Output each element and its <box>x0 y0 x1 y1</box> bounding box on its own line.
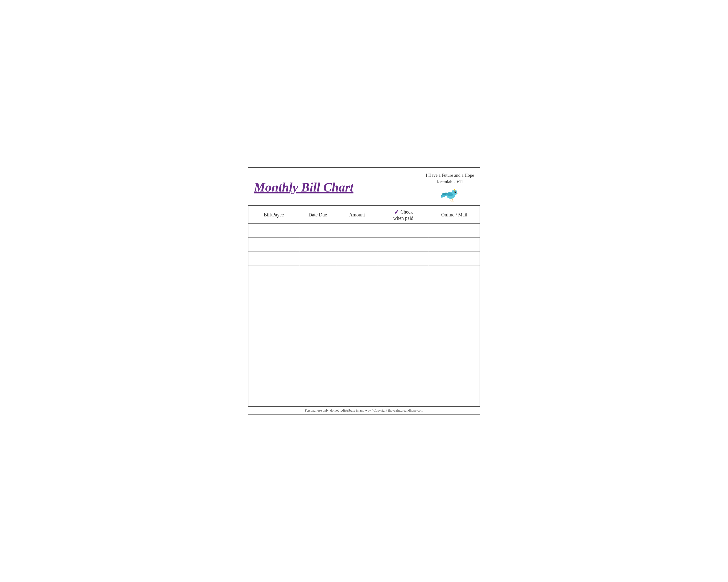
table-cell[interactable] <box>429 294 479 308</box>
check-top-word: Check <box>400 209 413 215</box>
table-cell[interactable] <box>249 266 299 280</box>
table-cell[interactable] <box>336 364 378 378</box>
table-cell[interactable] <box>299 392 336 406</box>
table-cell[interactable] <box>378 266 429 280</box>
table-cell[interactable] <box>249 252 299 266</box>
table-cell[interactable] <box>378 350 429 364</box>
table-cell[interactable] <box>336 308 378 322</box>
table-cell[interactable] <box>378 364 429 378</box>
table-cell[interactable] <box>429 308 479 322</box>
table-cell[interactable] <box>378 252 429 266</box>
table-cell[interactable] <box>378 294 429 308</box>
table-cell[interactable] <box>336 294 378 308</box>
svg-line-11 <box>449 200 451 201</box>
table-cell[interactable] <box>336 350 378 364</box>
title-block: Monthly Bill Chart <box>254 181 353 194</box>
check-header-content: ✓ Check when paid <box>380 209 427 221</box>
table-row <box>249 364 480 378</box>
table-cell[interactable] <box>378 308 429 322</box>
table-cell[interactable] <box>249 308 299 322</box>
table-cell[interactable] <box>299 336 336 350</box>
table-cell[interactable] <box>429 350 479 364</box>
svg-line-12 <box>451 200 451 201</box>
table-row <box>249 350 480 364</box>
bill-table: Bill/Payee Date Due Amount ✓ Check when … <box>248 206 480 406</box>
table-section: Bill/Payee Date Due Amount ✓ Check when … <box>248 206 480 406</box>
table-cell[interactable] <box>249 238 299 252</box>
table-row <box>249 322 480 336</box>
table-cell[interactable] <box>336 336 378 350</box>
table-cell[interactable] <box>249 364 299 378</box>
table-row <box>249 308 480 322</box>
table-cell[interactable] <box>429 322 479 336</box>
table-cell[interactable] <box>336 252 378 266</box>
table-cell[interactable] <box>249 392 299 406</box>
table-row <box>249 238 480 252</box>
table-cell[interactable] <box>299 378 336 392</box>
table-cell[interactable] <box>299 308 336 322</box>
table-cell[interactable] <box>429 378 479 392</box>
right-block: I Have a Future and a Hope Jeremiah 29:1… <box>426 172 474 203</box>
table-row <box>249 266 480 280</box>
table-cell[interactable] <box>429 252 479 266</box>
table-cell[interactable] <box>249 378 299 392</box>
table-row <box>249 336 480 350</box>
check-top-row: ✓ Check <box>394 209 413 216</box>
table-cell[interactable] <box>378 280 429 294</box>
table-cell[interactable] <box>429 223 479 238</box>
svg-line-13 <box>452 201 453 202</box>
table-cell[interactable] <box>378 322 429 336</box>
table-row <box>249 294 480 308</box>
table-cell[interactable] <box>429 280 479 294</box>
footer-text: Personal use only, do not redistribute i… <box>305 409 423 412</box>
header: Monthly Bill Chart I Have a Future and a… <box>248 168 480 206</box>
table-cell[interactable] <box>249 280 299 294</box>
table-cell[interactable] <box>378 392 429 406</box>
table-cell[interactable] <box>336 280 378 294</box>
checkmark-icon: ✓ <box>394 209 399 216</box>
col-header-check: ✓ Check when paid <box>378 206 429 223</box>
table-cell[interactable] <box>336 238 378 252</box>
svg-point-15 <box>454 189 455 191</box>
table-cell[interactable] <box>299 252 336 266</box>
table-cell[interactable] <box>378 336 429 350</box>
table-cell[interactable] <box>336 378 378 392</box>
table-cell[interactable] <box>299 350 336 364</box>
table-cell[interactable] <box>299 322 336 336</box>
table-cell[interactable] <box>249 294 299 308</box>
col-header-bill: Bill/Payee <box>249 206 299 223</box>
table-cell[interactable] <box>336 392 378 406</box>
scripture-text: I Have a Future and a Hope Jeremiah 29:1… <box>426 172 474 185</box>
table-row <box>249 252 480 266</box>
table-cell[interactable] <box>249 322 299 336</box>
table-cell[interactable] <box>336 266 378 280</box>
table-cell[interactable] <box>299 364 336 378</box>
table-cell[interactable] <box>299 223 336 238</box>
page: Monthly Bill Chart I Have a Future and a… <box>248 167 480 415</box>
table-body <box>249 223 480 406</box>
table-cell[interactable] <box>336 322 378 336</box>
table-cell[interactable] <box>429 266 479 280</box>
table-cell[interactable] <box>299 280 336 294</box>
table-cell[interactable] <box>378 378 429 392</box>
table-cell[interactable] <box>429 336 479 350</box>
col-header-online: Online / Mail <box>429 206 479 223</box>
svg-line-14 <box>453 201 453 202</box>
table-cell[interactable] <box>299 294 336 308</box>
table-cell[interactable] <box>378 238 429 252</box>
table-cell[interactable] <box>249 223 299 238</box>
table-cell[interactable] <box>249 350 299 364</box>
table-cell[interactable] <box>378 223 429 238</box>
table-cell[interactable] <box>299 238 336 252</box>
table-cell[interactable] <box>429 238 479 252</box>
check-subtext: when paid <box>393 216 413 221</box>
svg-marker-8 <box>457 192 459 193</box>
table-cell[interactable] <box>336 223 378 238</box>
table-row <box>249 392 480 406</box>
table-cell[interactable] <box>249 336 299 350</box>
table-cell[interactable] <box>429 364 479 378</box>
table-cell[interactable] <box>429 392 479 406</box>
table-cell[interactable] <box>299 266 336 280</box>
svg-point-7 <box>455 192 456 192</box>
table-row <box>249 223 480 238</box>
